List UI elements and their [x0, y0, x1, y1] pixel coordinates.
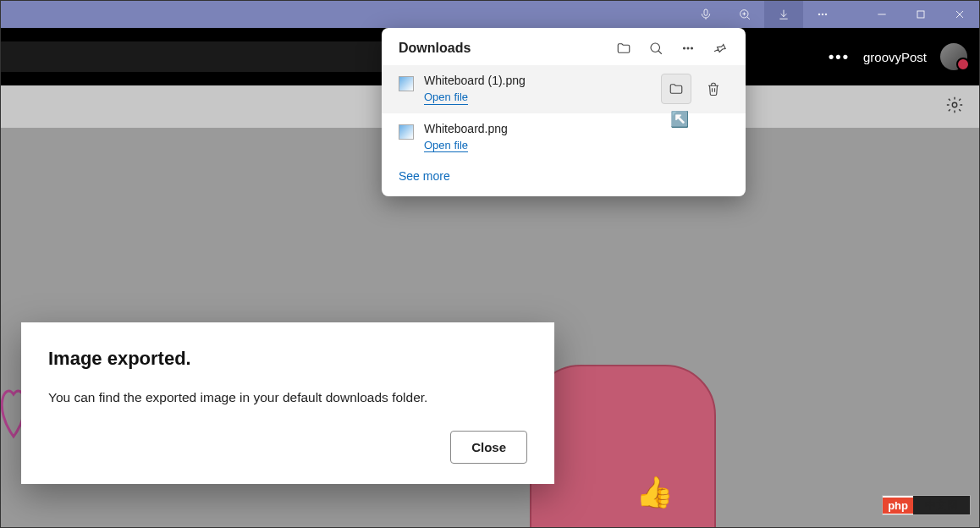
svg-point-4 [825, 14, 827, 15]
downloads-panel: Downloads Whiteboard (1).png Open file W… [382, 28, 746, 196]
dialog-message: You can find the exported image in your … [48, 390, 527, 405]
mic-icon[interactable] [686, 1, 725, 28]
thumbs-up-emoji: 👍 [636, 475, 674, 510]
close-button[interactable] [940, 1, 979, 28]
tab-strip-dark [1, 41, 382, 72]
download-item[interactable]: Whiteboard.png Open file [382, 113, 746, 162]
downloads-title: Downloads [399, 41, 615, 56]
window-titlebar [1, 1, 979, 28]
minimize-button[interactable] [862, 1, 901, 28]
avatar[interactable] [940, 43, 967, 70]
svg-point-10 [691, 47, 693, 49]
download-item[interactable]: Whiteboard (1).png Open file [382, 65, 746, 113]
more-icon[interactable] [803, 1, 842, 28]
open-file-link[interactable]: Open file [424, 139, 468, 153]
close-button[interactable]: Close [450, 431, 527, 464]
export-dialog: Image exported. You can find the exporte… [21, 322, 554, 484]
download-filename: Whiteboard (1).png [424, 74, 651, 87]
pin-icon[interactable] [712, 40, 729, 57]
watermark-left: php [883, 498, 913, 514]
file-thumbnail-icon [399, 76, 414, 91]
svg-rect-0 [704, 9, 707, 15]
download-filename: Whiteboard.png [424, 122, 729, 135]
open-file-link[interactable]: Open file [424, 91, 468, 105]
watermark: php 中文网 [882, 495, 971, 515]
download-icon[interactable] [764, 1, 803, 28]
username-label: groovyPost [863, 50, 927, 64]
svg-rect-5 [917, 11, 924, 18]
gear-icon[interactable] [945, 96, 964, 118]
pink-blob-shape [530, 365, 716, 528]
dialog-title: Image exported. [48, 348, 527, 370]
downloads-more-icon[interactable] [680, 40, 696, 57]
svg-point-7 [651, 43, 660, 52]
watermark-right: 中文网 [913, 496, 970, 514]
svg-point-8 [684, 47, 685, 49]
see-more-link[interactable]: See more [382, 161, 746, 188]
svg-point-9 [687, 47, 689, 49]
svg-point-2 [818, 14, 820, 15]
header-more-button[interactable]: ••• [829, 48, 850, 66]
show-in-folder-button[interactable] [661, 74, 691, 104]
zoom-icon[interactable] [725, 1, 764, 28]
file-thumbnail-icon [399, 124, 414, 140]
svg-point-3 [822, 14, 823, 15]
open-folder-icon[interactable] [615, 40, 632, 57]
delete-download-button[interactable] [698, 74, 729, 104]
maximize-button[interactable] [901, 1, 940, 28]
svg-point-6 [952, 102, 957, 107]
search-icon[interactable] [647, 40, 664, 57]
